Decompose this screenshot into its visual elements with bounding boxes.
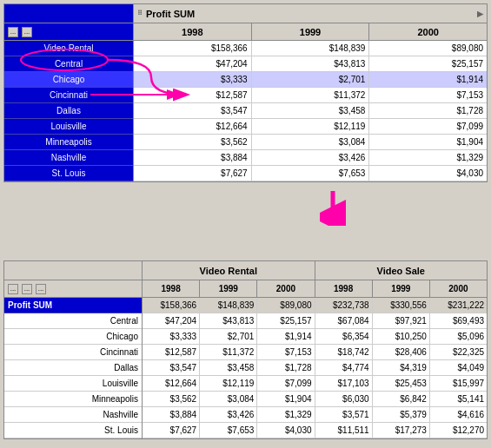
top-cell-0-2: $89,080 (369, 41, 487, 56)
top-cell-7-1: $3,426 (252, 150, 370, 165)
bottom-year-row: 1998 1999 2000 1998 1999 2000 (143, 280, 487, 298)
bottom-data-row-0: $158,366 $148,839 $89,080 $232,738 $330,… (143, 298, 487, 313)
btm-2-1: $2,701 (200, 329, 257, 344)
btm-6-4: $6,842 (373, 392, 430, 406)
bottom-year-4: 1998 (315, 280, 373, 297)
btm-1-3: $67,084 (315, 313, 373, 328)
bottom-group-headers: Video Rental Video Sale (143, 261, 487, 280)
bottom-drag-handle-2[interactable]: ... (22, 284, 32, 294)
top-cell-6-2: $1,904 (369, 135, 487, 149)
top-data-row-0: $158,366 $148,839 $89,080 (134, 41, 487, 56)
btm-2-0: $3,333 (143, 329, 200, 344)
btm-5-4: $25,453 (373, 376, 430, 391)
top-cell-2-0: $3,333 (134, 72, 252, 87)
bottom-profit-label: Profit SUM (4, 298, 142, 313)
top-cell-6-0: $3,562 (134, 135, 252, 149)
btm-8-0: $7,627 (143, 423, 200, 438)
top-cell-8-2: $4,030 (369, 166, 487, 181)
btm-7-4: $5,379 (373, 407, 430, 422)
btm-0-4: $330,556 (373, 298, 430, 313)
btm-8-4: $17,273 (373, 423, 430, 438)
bottom-drag-handle-1[interactable]: ... (8, 284, 18, 294)
year-cell-2000: 2000 (369, 23, 487, 40)
bottom-left-row-6: Minneapolis (4, 392, 142, 407)
btm-3-0: $12,587 (143, 345, 200, 359)
top-cell-5-0: $12,664 (134, 119, 252, 134)
btm-6-0: $3,562 (143, 392, 200, 406)
btm-1-0: $47,204 (143, 313, 200, 328)
btm-0-0: $158,366 (143, 298, 200, 313)
top-left-panel: ... ... Video Rental Central Chicago Cin… (3, 3, 134, 182)
bottom-left-row-4: Dallas (4, 360, 142, 376)
top-right-header: ⠿ Profit SUM ▶ (134, 4, 487, 23)
top-cell-7-2: $1,329 (369, 150, 487, 165)
btm-6-3: $6,030 (315, 392, 373, 406)
vertical-arrow-icon (320, 191, 346, 226)
bottom-section: ... ... ... Profit SUM Central Chicago C… (3, 260, 488, 439)
bottom-left-row-2: Chicago (4, 329, 142, 345)
btm-2-4: $10,250 (373, 329, 430, 344)
top-cell-8-1: $7,653 (252, 166, 370, 181)
btm-4-4: $4,319 (373, 360, 430, 375)
bottom-data-row-7: $3,884 $3,426 $1,329 $3,571 $5,379 $4,61… (143, 407, 487, 423)
btm-2-5: $5,096 (430, 329, 487, 344)
top-row-label-2: Chicago (4, 72, 133, 88)
bottom-left-panel: ... ... ... Profit SUM Central Chicago C… (3, 260, 143, 439)
drag-handle-1[interactable]: ... (8, 27, 18, 37)
bottom-data-row-5: $12,664 $12,119 $7,099 $17,103 $25,453 $… (143, 376, 487, 392)
bottom-left-row-7: Nashville (4, 407, 142, 423)
bottom-left-top (4, 261, 142, 280)
bottom-data-row-8: $7,627 $7,653 $4,030 $11,511 $17,273 $12… (143, 423, 487, 438)
btm-4-3: $4,774 (315, 360, 373, 375)
year-cell-1999: 1999 (252, 23, 370, 40)
top-row-label-3: Cincinnati (4, 88, 133, 103)
drag-handle-2[interactable]: ... (22, 27, 32, 37)
bottom-data-row-6: $3,562 $3,084 $1,904 $6,030 $6,842 $5,14… (143, 392, 487, 407)
top-cell-2-2: $1,914 (369, 72, 487, 87)
btm-1-2: $25,157 (257, 313, 315, 328)
btm-7-2: $1,329 (257, 407, 315, 422)
bottom-data-row-4: $3,547 $3,458 $1,728 $4,774 $4,319 $4,04… (143, 360, 487, 376)
btm-5-2: $7,099 (257, 376, 315, 391)
bottom-year-1: 1998 (143, 280, 200, 297)
btm-8-2: $4,030 (257, 423, 315, 438)
top-cell-3-0: $12,587 (134, 88, 252, 102)
top-row-label-1: Central (4, 56, 133, 72)
btm-0-3: $232,738 (315, 298, 373, 313)
top-data-row-1: $47,204 $43,813 $25,157 (134, 56, 487, 72)
bottom-drag-handle-3[interactable]: ... (36, 284, 46, 294)
btm-6-1: $3,084 (200, 392, 257, 406)
top-left-subheader: ... ... (4, 23, 133, 41)
btm-4-5: $4,049 (430, 360, 487, 375)
top-cell-2-1: $2,701 (252, 72, 370, 87)
group-header-video-sale: Video Sale (315, 261, 488, 280)
btm-3-5: $22,325 (430, 345, 487, 359)
top-cell-1-2: $25,157 (369, 56, 487, 71)
top-cell-6-1: $3,084 (252, 135, 370, 149)
btm-1-4: $97,921 (373, 313, 430, 328)
top-section: ... ... Video Rental Central Chicago Cin… (3, 3, 488, 182)
btm-3-3: $18,742 (315, 345, 373, 359)
top-cell-8-0: $7,627 (134, 166, 252, 181)
top-cell-1-0: $47,204 (134, 56, 252, 71)
top-cell-7-0: $3,884 (134, 150, 252, 165)
top-cell-3-2: $7,153 (369, 88, 487, 102)
group-header-video-rental: Video Rental (143, 261, 315, 280)
bottom-left-row-5: Louisville (4, 376, 142, 392)
top-data-row-6: $3,562 $3,084 $1,904 (134, 135, 487, 150)
btm-0-1: $148,839 (200, 298, 257, 313)
top-right-panel: ⠿ Profit SUM ▶ 1998 1999 2000 $158,366 $… (134, 3, 488, 182)
btm-5-5: $15,997 (430, 376, 487, 391)
btm-4-1: $3,458 (200, 360, 257, 375)
top-cell-5-2: $7,099 (369, 119, 487, 134)
resize-handle-icon[interactable]: ▶ (477, 10, 483, 18)
vertical-arrow-wrapper (177, 191, 488, 226)
btm-7-1: $3,426 (200, 407, 257, 422)
top-row-label-7: Nashville (4, 150, 133, 166)
year-cell-1998: 1998 (134, 23, 252, 40)
btm-5-3: $17,103 (315, 376, 373, 391)
year-header-row: 1998 1999 2000 (134, 23, 487, 41)
bottom-left-row-1: Central (4, 313, 142, 329)
top-cell-4-0: $3,547 (134, 103, 252, 118)
top-row-label-5: Louisville (4, 119, 133, 135)
